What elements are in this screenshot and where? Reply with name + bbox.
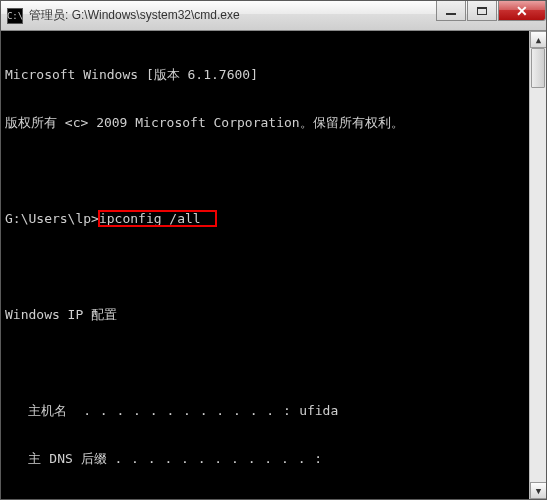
hostname-label: 主机名 [5, 403, 83, 418]
typed-command: ipconfig /all [99, 211, 201, 226]
header-line2: 版权所有 <c> 2009 Microsoft Corporation。保留所有… [5, 115, 404, 130]
cmd-icon: C:\ [7, 8, 23, 24]
window-controls: ✕ [435, 1, 546, 30]
scroll-up-button[interactable]: ▲ [530, 31, 546, 48]
prompt-path: G:\Users\lp> [5, 211, 99, 226]
header-line1: Microsoft Windows [版本 6.1.7600] [5, 67, 258, 82]
cmd-window: C:\ 管理员: G:\Windows\system32\cmd.exe ✕ M… [0, 0, 547, 500]
scroll-thumb[interactable] [531, 48, 545, 88]
scroll-down-button[interactable]: ▼ [530, 482, 546, 499]
vertical-scrollbar[interactable]: ▲ ▼ [529, 31, 546, 499]
titlebar[interactable]: C:\ 管理员: G:\Windows\system32\cmd.exe ✕ [1, 1, 546, 31]
window-title: 管理员: G:\Windows\system32\cmd.exe [29, 7, 435, 24]
console-content: Microsoft Windows [版本 6.1.7600] 版权所有 <c>… [5, 35, 529, 499]
config-title: Windows IP 配置 [5, 307, 117, 322]
close-button[interactable]: ✕ [498, 1, 546, 21]
maximize-button[interactable] [467, 1, 497, 21]
command-highlight: ipconfig /all [99, 211, 216, 226]
hostname-value: ufida [299, 403, 338, 418]
dns-suffix-label: 主 DNS 后缀 [5, 451, 114, 466]
minimize-button[interactable] [436, 1, 466, 21]
console-area[interactable]: Microsoft Windows [版本 6.1.7600] 版权所有 <c>… [1, 31, 546, 499]
